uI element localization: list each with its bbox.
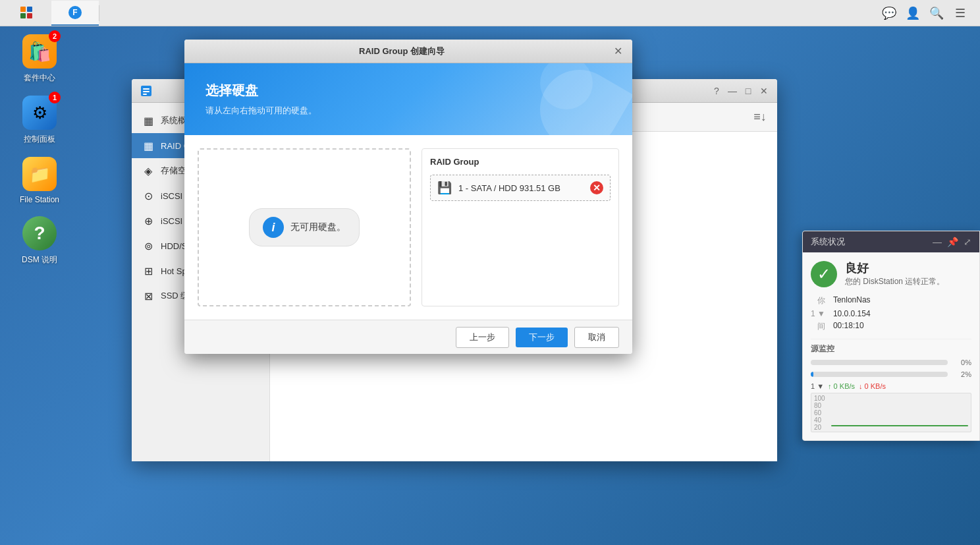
package-center-badge: 2 (49, 30, 61, 42)
status-info-grid: 你 TenlonNas 1 ▼ 10.0.0.154 间 00:18:10 (811, 295, 971, 332)
desktop-icon-control-panel[interactable]: ⚙ 1 控制面板 (13, 94, 66, 145)
system-status-panel: 系统状况 — 📌 ⤢ ✓ 良好 您的 DiskStation 运转正常。 你 T… (802, 231, 980, 441)
taskbar: F 💬 👤 🔍 ☰ (0, 0, 980, 26)
info-icon: i (263, 217, 284, 238)
iscsi-target-icon: ⊕ (142, 215, 154, 227)
taskbar-package-center[interactable] (3, 1, 50, 26)
ssd-cache-icon: ⊠ (142, 290, 154, 302)
wizard-heading: 选择硬盘 (205, 82, 611, 100)
taskbar-apps: F (0, 1, 99, 26)
control-panel-label: 控制面板 (24, 134, 55, 145)
wizard-close-button[interactable]: ✕ (611, 45, 624, 58)
disk-item-label: 1 - SATA / HDD 931.51 GB (458, 183, 584, 193)
package-center-label: 套件中心 (24, 72, 55, 84)
svg-rect-2 (20, 13, 26, 18)
mem-bar-fill (811, 372, 813, 377)
file-station-label: File Station (20, 195, 59, 204)
cpu-row: 0% (811, 359, 971, 366)
status-expand-button[interactable]: ⤢ (964, 237, 971, 247)
available-disks-panel: i 无可用硬盘。 (198, 148, 411, 306)
dsm-help-icon: ? (22, 216, 57, 250)
control-panel-badge: 1 (49, 92, 61, 103)
wizard-titlebar: RAID Group 创建向导 ✕ (184, 40, 632, 63)
help-button[interactable]: ? (711, 86, 722, 96)
dsm-help-icon-wrap: ? (21, 215, 58, 252)
raid-group-panel: RAID Group 💾 1 - SATA / HDD 931.51 GB ✕ (422, 148, 619, 306)
disk-item-remove-button[interactable]: ✕ (590, 181, 603, 194)
svg-rect-0 (20, 7, 26, 12)
maximize-button[interactable]: □ (743, 86, 753, 96)
minimize-button[interactable]: — (727, 86, 738, 96)
sort-icon[interactable]: ≡↓ (751, 108, 769, 127)
svg-text:F: F (72, 8, 77, 17)
taskbar-divider (99, 5, 99, 21)
status-good-row: ✓ 良好 您的 DiskStation 运转正常。 (811, 260, 971, 287)
chart-label-100: 100 (814, 395, 825, 402)
network-row: 1 ▼ ↑ 0 KB/s ↓ 0 KB/s (811, 382, 971, 390)
storage-space-icon: ◈ (142, 165, 154, 177)
cancel-button[interactable]: 取消 (574, 327, 619, 348)
raid-wizard: RAID Group 创建向导 ✕ 选择硬盘 请从左向右拖动可用的硬盘。 i 无… (184, 40, 632, 354)
disk-item: 💾 1 - SATA / HDD 931.51 GB ✕ (430, 175, 611, 201)
overview-icon: ▦ (142, 115, 154, 127)
status-body: ✓ 良好 您的 DiskStation 运转正常。 你 TenlonNas 1 … (803, 252, 979, 440)
upload-speed: ↑ 0 KB/s (828, 382, 855, 390)
file-station-icon-wrap: 📁 (21, 156, 58, 192)
chart-label-60: 60 (814, 409, 825, 416)
wizard-header: 选择硬盘 请从左向右拖动可用的硬盘。 (184, 63, 632, 135)
svg-rect-1 (27, 7, 32, 12)
window-controls: ? — □ ✕ (711, 86, 769, 96)
svg-rect-7 (143, 88, 150, 90)
chat-icon[interactable]: 💬 (880, 4, 898, 22)
mem-row: 2% (811, 370, 971, 378)
desktop-icon-dsm-help[interactable]: ? DSM 说明 (13, 215, 66, 266)
disk-item-icon: 💾 (437, 181, 452, 195)
status-titlebar: 系统状况 — 📌 ⤢ (803, 231, 979, 252)
menu-icon[interactable]: ☰ (951, 4, 969, 22)
no-disk-info: i 无可用硬盘。 (249, 208, 360, 246)
status-good-message: 您的 DiskStation 运转正常。 (845, 276, 944, 287)
chart-label-40: 40 (814, 416, 825, 424)
mem-pct: 2% (953, 370, 971, 378)
svg-rect-8 (143, 91, 150, 92)
status-pin-button[interactable]: 📌 (947, 237, 958, 247)
close-button[interactable]: ✕ (759, 86, 769, 96)
next-button[interactable]: 下一步 (516, 328, 568, 347)
hostname-key: 你 (811, 295, 825, 306)
user-icon[interactable]: 👤 (904, 4, 922, 22)
status-check-icon: ✓ (811, 261, 837, 287)
network-label: 1 ▼ (811, 382, 824, 390)
svg-rect-9 (143, 94, 147, 95)
raid-group-icon: ▦ (142, 140, 154, 152)
svg-rect-3 (27, 13, 32, 18)
prev-button[interactable]: 上一步 (456, 327, 509, 348)
status-minimize-button[interactable]: — (933, 237, 942, 247)
taskbar-file-manager[interactable]: F (51, 1, 99, 26)
hot-spare-icon: ⊞ (142, 265, 154, 277)
wizard-body: i 无可用硬盘。 RAID Group 💾 1 - SATA / HDD 931… (184, 135, 632, 320)
cpu-pct: 0% (953, 359, 971, 366)
desktop-icon-file-station[interactable]: 📁 File Station (13, 156, 66, 204)
time-key: 间 (811, 321, 825, 332)
chart-line (831, 425, 968, 426)
wizard-title: RAID Group 创建向导 (192, 45, 611, 57)
wizard-subtext: 请从左向右拖动可用的硬盘。 (205, 105, 611, 117)
hdd-ssd-icon: ⊚ (142, 240, 154, 252)
status-good-label: 良好 (845, 260, 944, 276)
wizard-footer: 上一步 下一步 取消 (184, 320, 632, 354)
status-panel-title: 系统状况 (811, 236, 933, 248)
package-center-icon-wrap: 🛍️ 2 (21, 33, 58, 70)
ip-val: 10.0.0.154 (833, 309, 971, 318)
desktop: F 💬 👤 🔍 ☰ 🛍️ 2 套件中心 ⚙ 1 控制面板 (0, 0, 980, 545)
file-station-icon: 📁 (22, 157, 57, 191)
desktop-icon-package-center[interactable]: 🛍️ 2 套件中心 (13, 33, 66, 84)
status-controls: — 📌 ⤢ (933, 237, 971, 247)
desktop-icons: 🛍️ 2 套件中心 ⚙ 1 控制面板 📁 File Station ? D (13, 33, 66, 266)
time-val: 00:18:10 (833, 321, 971, 332)
hostname-val: TenlonNas (833, 295, 971, 306)
ip-key: 1 ▼ (811, 309, 825, 318)
network-chart: 100 80 60 40 20 (811, 393, 971, 432)
control-panel-icon-wrap: ⚙ 1 (21, 94, 58, 131)
search-icon[interactable]: 🔍 (927, 4, 946, 22)
download-speed: ↓ 0 KB/s (859, 382, 886, 390)
